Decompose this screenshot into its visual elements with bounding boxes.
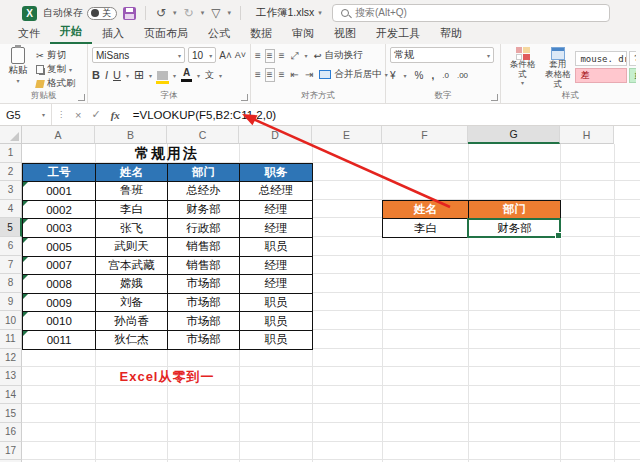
table-cell[interactable]: 销售部	[168, 257, 240, 276]
tab-插入[interactable]: 插入	[92, 24, 134, 44]
table-cell[interactable]: 职员	[240, 238, 313, 257]
cancel-icon[interactable]: ×	[70, 109, 86, 121]
tab-页面布局[interactable]: 页面布局	[134, 24, 198, 44]
align-bottom-icon[interactable]: ≡	[279, 51, 285, 61]
table-cell[interactable]: 市场部	[168, 331, 240, 350]
bold-button[interactable]: B	[92, 69, 100, 81]
table-cell[interactable]: 张飞	[96, 219, 168, 238]
table-cell[interactable]: 孙尚香	[96, 312, 168, 331]
table-cell[interactable]: 0001	[23, 182, 96, 201]
table-cell[interactable]: 狄仁杰	[96, 331, 168, 350]
table-cell[interactable]: 行政部	[168, 219, 240, 238]
comma-style-icon[interactable]: ,	[431, 70, 434, 81]
format-painter-button[interactable]: 格式刷	[36, 77, 76, 90]
search-input[interactable]: 搜索(Alt+Q)	[332, 4, 610, 22]
column-header-A[interactable]: A	[22, 126, 95, 144]
table-header-cell[interactable]: 部门	[168, 164, 240, 183]
orientation-caret-icon[interactable]: ▾	[305, 52, 308, 59]
cell-style-tile[interactable]: 常	[629, 51, 636, 66]
table-cell[interactable]: 经理	[240, 219, 313, 238]
table-cell[interactable]: 职员	[240, 312, 313, 331]
select-all-corner[interactable]	[0, 126, 22, 144]
wrap-text-button[interactable]: ↩自动换行	[314, 49, 363, 62]
grow-font-button[interactable]: A˄	[219, 50, 232, 61]
row-header-1[interactable]: 1	[0, 144, 22, 163]
borders-button[interactable]: ⊞	[134, 68, 144, 82]
table-cell[interactable]: 经理	[240, 257, 313, 276]
number-format-select[interactable]: 常规▾	[390, 47, 494, 63]
table-cell[interactable]: 市场部	[168, 294, 240, 313]
row-header-10[interactable]: 10	[0, 311, 22, 330]
tab-帮助[interactable]: 帮助	[430, 24, 472, 44]
number-dialog-launcher[interactable]	[491, 94, 498, 101]
conditional-formatting-button[interactable]: 条件格式 ▾	[507, 47, 538, 86]
row-header-14[interactable]: 14	[0, 386, 22, 405]
table-cell[interactable]: 0010	[23, 312, 96, 331]
tab-视图[interactable]: 视图	[324, 24, 366, 44]
row-header-12[interactable]: 12	[0, 349, 22, 368]
autosave-switch[interactable]: 关	[87, 7, 117, 20]
column-header-B[interactable]: B	[95, 126, 167, 144]
table-cell[interactable]: 0007	[23, 257, 96, 276]
row-header-5[interactable]: 5	[0, 218, 22, 237]
selected-cell-G5[interactable]	[467, 218, 561, 238]
align-top-icon[interactable]: ≡	[255, 51, 261, 61]
italic-button[interactable]: I	[105, 69, 108, 81]
orientation-icon[interactable]: ⤢	[291, 51, 299, 61]
undo-icon[interactable]: ↺	[155, 7, 167, 19]
font-dialog-launcher[interactable]	[241, 94, 248, 101]
row-header-15[interactable]: 15	[0, 404, 22, 423]
column-header-G[interactable]: G	[468, 126, 560, 144]
column-header-E[interactable]: E	[312, 126, 382, 144]
table-cell[interactable]: 0009	[23, 294, 96, 313]
increase-indent-icon[interactable]: ⇥	[305, 70, 313, 80]
table-cell[interactable]: 刘备	[96, 294, 168, 313]
table-cell[interactable]: 武则天	[96, 238, 168, 257]
redo-icon[interactable]: ↻	[183, 7, 195, 19]
cell-style-tile[interactable]: 差	[575, 68, 627, 83]
column-header-D[interactable]: D	[239, 126, 312, 144]
table-cell[interactable]: 0002	[23, 201, 96, 220]
phonetic-caret-icon[interactable]: ▾	[219, 72, 222, 79]
percent-style-icon[interactable]: %	[415, 70, 424, 81]
row-header-4[interactable]: 4	[0, 200, 22, 219]
clipboard-dialog-launcher[interactable]	[78, 94, 85, 101]
row-header-3[interactable]: 3	[0, 181, 22, 200]
tab-数据[interactable]: 数据	[240, 24, 282, 44]
underline-caret-icon[interactable]: ▾	[126, 72, 129, 79]
worksheet[interactable]: ABCDEFGH 123456789101112131415161718 常规用…	[0, 126, 640, 462]
table-header-cell[interactable]: 姓名	[96, 164, 168, 183]
table-cell[interactable]: 经理	[240, 275, 313, 294]
tab-开发工具[interactable]: 开发工具	[366, 24, 430, 44]
cut-button[interactable]: ✂剪切	[36, 49, 76, 62]
row-header-9[interactable]: 9	[0, 293, 22, 312]
name-box[interactable]: G5 ▾	[0, 104, 52, 125]
table-cell[interactable]: 职员	[240, 331, 313, 350]
table-cell[interactable]: 经理	[240, 201, 313, 220]
align-center-icon[interactable]: ≡	[267, 70, 273, 80]
tab-开始[interactable]: 开始	[50, 22, 92, 44]
table-cell[interactable]: 宫本武藏	[96, 257, 168, 276]
cell-style-tile[interactable]: 好	[629, 68, 636, 83]
filter-icon[interactable]: ▽	[210, 7, 221, 19]
table-cell[interactable]: 0008	[23, 275, 96, 294]
tab-公式[interactable]: 公式	[198, 24, 240, 44]
table-cell[interactable]: 鲁班	[96, 182, 168, 201]
table-cell[interactable]: 职员	[240, 294, 313, 313]
table-cell[interactable]: 市场部	[168, 275, 240, 294]
font-name-select[interactable]: MiSans▾	[92, 47, 185, 63]
row-header-16[interactable]: 16	[0, 423, 22, 442]
table-cell[interactable]: 0005	[23, 238, 96, 257]
increase-decimal-icon[interactable]: .0	[442, 71, 449, 80]
shrink-font-button[interactable]: A˅	[235, 50, 246, 60]
table-cell[interactable]: 0011	[23, 331, 96, 350]
cell-style-tile[interactable]: mouse. dr...	[575, 51, 627, 66]
paste-button[interactable]: 粘贴 ▾	[4, 47, 32, 90]
undo-caret-icon[interactable]: ▾	[173, 9, 177, 17]
accounting-caret-icon[interactable]: ▾	[404, 72, 407, 79]
enter-icon[interactable]: ✓	[86, 108, 105, 121]
redo-caret-icon[interactable]: ▾	[201, 9, 205, 17]
table-cell[interactable]: 嫦娥	[96, 275, 168, 294]
row-header-8[interactable]: 8	[0, 274, 22, 293]
row-header-11[interactable]: 11	[0, 330, 22, 349]
